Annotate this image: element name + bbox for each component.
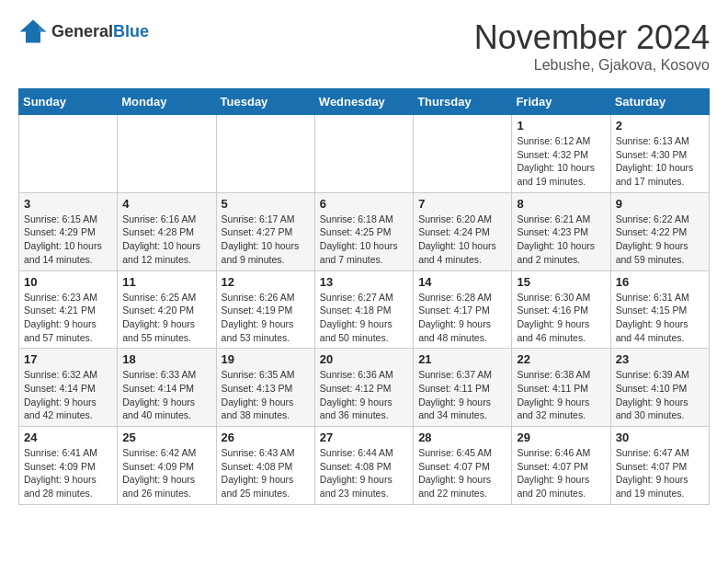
day-number: 17 [24, 352, 112, 366]
day-info: Sunrise: 6:33 AM Sunset: 4:14 PM Dayligh… [122, 368, 210, 422]
day-cell [19, 115, 118, 193]
day-cell: 27Sunrise: 6:44 AM Sunset: 4:08 PM Dayli… [314, 427, 413, 505]
day-cell: 22Sunrise: 6:38 AM Sunset: 4:11 PM Dayli… [512, 349, 610, 427]
header-row: Sunday Monday Tuesday Wednesday Thursday… [19, 89, 710, 115]
day-info: Sunrise: 6:23 AM Sunset: 4:21 PM Dayligh… [24, 291, 112, 345]
day-cell [216, 115, 314, 193]
day-number: 19 [222, 352, 310, 366]
day-info: Sunrise: 6:28 AM Sunset: 4:17 PM Dayligh… [418, 291, 506, 345]
day-cell: 6Sunrise: 6:18 AM Sunset: 4:25 PM Daylig… [314, 192, 413, 270]
day-number: 10 [24, 275, 112, 289]
day-cell [414, 115, 512, 193]
day-number: 15 [517, 275, 605, 289]
day-cell: 13Sunrise: 6:27 AM Sunset: 4:18 PM Dayli… [314, 270, 413, 349]
logo-general: General [51, 22, 113, 40]
logo-text: GeneralBlue [51, 22, 149, 41]
day-number: 4 [122, 197, 210, 211]
day-info: Sunrise: 6:43 AM Sunset: 4:08 PM Dayligh… [222, 446, 310, 500]
day-info: Sunrise: 6:45 AM Sunset: 4:07 PM Dayligh… [418, 446, 506, 500]
day-cell: 12Sunrise: 6:26 AM Sunset: 4:19 PM Dayli… [216, 270, 314, 349]
week-row-2: 3Sunrise: 6:15 AM Sunset: 4:29 PM Daylig… [19, 192, 710, 270]
day-cell: 17Sunrise: 6:32 AM Sunset: 4:14 PM Dayli… [19, 349, 118, 427]
logo: GeneralBlue [18, 18, 149, 44]
week-row-3: 10Sunrise: 6:23 AM Sunset: 4:21 PM Dayli… [19, 270, 710, 349]
day-info: Sunrise: 6:42 AM Sunset: 4:09 PM Dayligh… [122, 446, 210, 500]
day-number: 11 [122, 275, 210, 289]
header: GeneralBlue November 2024 Lebushe, Gjako… [18, 18, 710, 74]
day-cell: 3Sunrise: 6:15 AM Sunset: 4:29 PM Daylig… [19, 192, 118, 270]
day-info: Sunrise: 6:18 AM Sunset: 4:25 PM Dayligh… [320, 213, 408, 267]
day-cell: 30Sunrise: 6:47 AM Sunset: 4:07 PM Dayli… [610, 427, 709, 505]
day-cell: 24Sunrise: 6:41 AM Sunset: 4:09 PM Dayli… [19, 427, 118, 505]
day-info: Sunrise: 6:15 AM Sunset: 4:29 PM Dayligh… [24, 213, 112, 267]
day-info: Sunrise: 6:46 AM Sunset: 4:07 PM Dayligh… [517, 446, 605, 500]
day-number: 25 [122, 431, 210, 444]
day-info: Sunrise: 6:36 AM Sunset: 4:12 PM Dayligh… [320, 368, 408, 422]
col-saturday: Saturday [610, 89, 709, 115]
day-info: Sunrise: 6:25 AM Sunset: 4:20 PM Dayligh… [122, 291, 210, 345]
col-monday: Monday [118, 89, 216, 115]
logo-blue: Blue [113, 22, 149, 40]
day-info: Sunrise: 6:30 AM Sunset: 4:16 PM Dayligh… [517, 291, 605, 345]
day-cell: 10Sunrise: 6:23 AM Sunset: 4:21 PM Dayli… [19, 270, 118, 349]
day-number: 3 [24, 197, 112, 211]
day-info: Sunrise: 6:37 AM Sunset: 4:11 PM Dayligh… [418, 368, 506, 422]
day-cell: 8Sunrise: 6:21 AM Sunset: 4:23 PM Daylig… [512, 192, 610, 270]
day-cell: 14Sunrise: 6:28 AM Sunset: 4:17 PM Dayli… [414, 270, 512, 349]
logo-icon [18, 18, 48, 44]
day-number: 12 [222, 275, 310, 289]
day-cell: 25Sunrise: 6:42 AM Sunset: 4:09 PM Dayli… [118, 427, 216, 505]
day-number: 9 [616, 197, 704, 211]
day-cell: 7Sunrise: 6:20 AM Sunset: 4:24 PM Daylig… [414, 192, 512, 270]
col-sunday: Sunday [19, 89, 118, 115]
calendar-table: Sunday Monday Tuesday Wednesday Thursday… [18, 88, 710, 505]
day-info: Sunrise: 6:47 AM Sunset: 4:07 PM Dayligh… [616, 446, 704, 500]
day-number: 27 [320, 431, 408, 444]
day-cell: 11Sunrise: 6:25 AM Sunset: 4:20 PM Dayli… [118, 270, 216, 349]
day-info: Sunrise: 6:13 AM Sunset: 4:30 PM Dayligh… [616, 134, 704, 189]
day-info: Sunrise: 6:38 AM Sunset: 4:11 PM Dayligh… [517, 368, 605, 422]
day-number: 6 [320, 197, 408, 211]
day-number: 24 [24, 431, 112, 444]
day-info: Sunrise: 6:26 AM Sunset: 4:19 PM Dayligh… [222, 291, 310, 345]
day-number: 30 [616, 431, 704, 444]
day-number: 7 [418, 197, 506, 211]
day-info: Sunrise: 6:32 AM Sunset: 4:14 PM Dayligh… [24, 368, 112, 422]
day-cell: 19Sunrise: 6:35 AM Sunset: 4:13 PM Dayli… [216, 349, 314, 427]
day-number: 2 [616, 119, 704, 132]
col-thursday: Thursday [414, 89, 512, 115]
day-number: 28 [418, 431, 506, 444]
day-info: Sunrise: 6:41 AM Sunset: 4:09 PM Dayligh… [24, 446, 112, 500]
col-friday: Friday [512, 89, 610, 115]
day-number: 1 [517, 119, 605, 132]
day-info: Sunrise: 6:31 AM Sunset: 4:15 PM Dayligh… [616, 291, 704, 345]
day-info: Sunrise: 6:44 AM Sunset: 4:08 PM Dayligh… [320, 446, 408, 500]
day-info: Sunrise: 6:17 AM Sunset: 4:27 PM Dayligh… [222, 213, 310, 267]
week-row-4: 17Sunrise: 6:32 AM Sunset: 4:14 PM Dayli… [19, 349, 710, 427]
day-number: 23 [616, 352, 704, 366]
day-cell: 2Sunrise: 6:13 AM Sunset: 4:30 PM Daylig… [610, 115, 709, 193]
day-cell: 1Sunrise: 6:12 AM Sunset: 4:32 PM Daylig… [512, 115, 610, 193]
day-info: Sunrise: 6:21 AM Sunset: 4:23 PM Dayligh… [517, 213, 605, 267]
day-number: 21 [418, 352, 506, 366]
day-number: 5 [222, 197, 310, 211]
title-section: November 2024 Lebushe, Gjakova, Kosovo [474, 18, 710, 74]
day-number: 26 [222, 431, 310, 444]
day-cell: 18Sunrise: 6:33 AM Sunset: 4:14 PM Dayli… [118, 349, 216, 427]
day-cell: 29Sunrise: 6:46 AM Sunset: 4:07 PM Dayli… [512, 427, 610, 505]
day-cell: 4Sunrise: 6:16 AM Sunset: 4:28 PM Daylig… [118, 192, 216, 270]
day-number: 20 [320, 352, 408, 366]
location-subtitle: Lebushe, Gjakova, Kosovo [474, 57, 710, 74]
day-cell: 26Sunrise: 6:43 AM Sunset: 4:08 PM Dayli… [216, 427, 314, 505]
week-row-5: 24Sunrise: 6:41 AM Sunset: 4:09 PM Dayli… [19, 427, 710, 505]
day-info: Sunrise: 6:16 AM Sunset: 4:28 PM Dayligh… [122, 213, 210, 267]
day-number: 29 [517, 431, 605, 444]
day-cell: 21Sunrise: 6:37 AM Sunset: 4:11 PM Dayli… [414, 349, 512, 427]
day-cell: 20Sunrise: 6:36 AM Sunset: 4:12 PM Dayli… [314, 349, 413, 427]
col-tuesday: Tuesday [216, 89, 314, 115]
day-info: Sunrise: 6:27 AM Sunset: 4:18 PM Dayligh… [320, 291, 408, 345]
day-cell: 15Sunrise: 6:30 AM Sunset: 4:16 PM Dayli… [512, 270, 610, 349]
day-info: Sunrise: 6:12 AM Sunset: 4:32 PM Dayligh… [517, 134, 605, 189]
day-number: 8 [517, 197, 605, 211]
day-cell [314, 115, 413, 193]
